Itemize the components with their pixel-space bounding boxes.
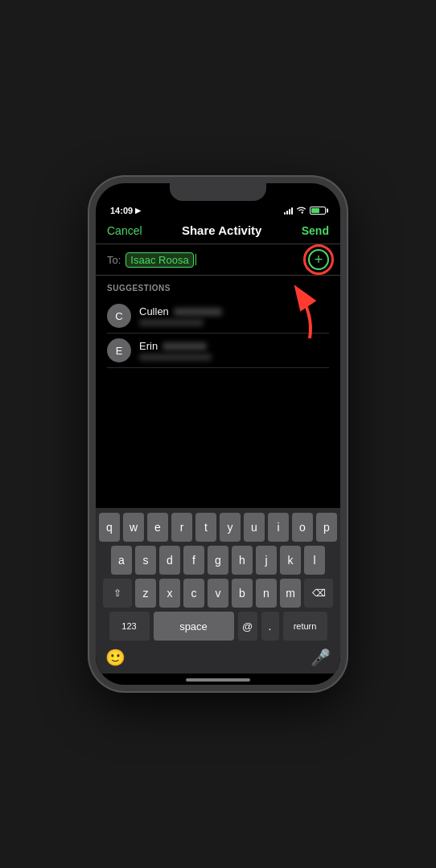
avatar-erin: E: [107, 338, 131, 362]
blurred-name-cullen: [174, 308, 222, 316]
key-p[interactable]: p: [316, 513, 337, 542]
emoji-button[interactable]: 🙂: [105, 648, 125, 667]
wifi-icon: [296, 207, 306, 215]
add-button-container: +: [308, 249, 329, 270]
keyboard: q w e r t y u i o p a s d f g h j k: [96, 508, 340, 674]
signal-icon: [284, 207, 293, 215]
key-numbers[interactable]: 123: [109, 612, 150, 641]
home-bar: [186, 678, 250, 682]
screen: 14:09 ▶: [96, 183, 340, 685]
key-m[interactable]: m: [280, 579, 301, 608]
key-c[interactable]: c: [183, 579, 204, 608]
key-t[interactable]: t: [195, 513, 216, 542]
key-return[interactable]: return: [283, 612, 327, 641]
key-shift[interactable]: ⇧: [103, 579, 132, 608]
key-k[interactable]: k: [280, 546, 301, 575]
key-d[interactable]: d: [159, 546, 180, 575]
key-s[interactable]: s: [135, 546, 156, 575]
keyboard-row-1: q w e r t y u i o p: [99, 513, 337, 542]
key-z[interactable]: z: [135, 579, 156, 608]
key-period[interactable]: .: [261, 612, 279, 641]
key-a[interactable]: a: [111, 546, 132, 575]
page-title: Share Activity: [182, 223, 262, 237]
arrow-icon: [269, 282, 326, 346]
nav-bar: Cancel Share Activity Send: [96, 219, 340, 244]
status-bar: 14:09 ▶: [96, 183, 340, 219]
phone-frame: 14:09 ▶: [89, 177, 347, 691]
battery-fill: [311, 208, 319, 213]
status-icons: [284, 207, 326, 215]
key-g[interactable]: g: [208, 546, 228, 575]
key-delete[interactable]: ⌫: [304, 579, 333, 608]
key-h[interactable]: h: [232, 546, 253, 575]
avatar-cullen: C: [107, 304, 131, 328]
key-u[interactable]: u: [244, 513, 265, 542]
text-cursor: [195, 254, 197, 265]
key-w[interactable]: w: [123, 513, 144, 542]
mic-button[interactable]: 🎤: [311, 648, 331, 667]
suggestion-detail-cullen: [139, 319, 204, 326]
keyboard-bottom-bar: 🙂 🎤: [99, 645, 337, 670]
key-o[interactable]: o: [292, 513, 313, 542]
blurred-name-erin: [162, 342, 207, 350]
red-circle-highlight: [303, 244, 334, 275]
key-n[interactable]: n: [256, 579, 277, 608]
add-recipient-button[interactable]: +: [308, 249, 329, 270]
keyboard-row-2: a s d f g h j k l: [99, 546, 337, 575]
send-button[interactable]: Send: [302, 224, 329, 237]
time-label: 14:09: [110, 206, 133, 215]
key-j[interactable]: j: [256, 546, 277, 575]
recipient-chip[interactable]: Isaac Roosa: [125, 252, 193, 268]
key-r[interactable]: r: [171, 513, 192, 542]
key-e[interactable]: e: [147, 513, 168, 542]
key-at[interactable]: @: [238, 612, 257, 641]
location-icon: ▶: [135, 207, 141, 215]
keyboard-row-3: ⇧ z x c v b n m ⌫: [99, 579, 337, 608]
battery-icon: [310, 207, 326, 215]
keyboard-row-4: 123 space @ . return: [99, 612, 337, 641]
key-x[interactable]: x: [159, 579, 180, 608]
key-q[interactable]: q: [99, 513, 120, 542]
key-space[interactable]: space: [154, 612, 234, 641]
cancel-button[interactable]: Cancel: [107, 224, 142, 237]
key-l[interactable]: l: [304, 546, 325, 575]
to-field: To: Isaac Roosa +: [96, 244, 340, 276]
key-f[interactable]: f: [183, 546, 204, 575]
key-b[interactable]: b: [232, 579, 253, 608]
key-y[interactable]: y: [220, 513, 241, 542]
suggestion-detail-erin: [139, 354, 212, 361]
home-indicator: [96, 674, 340, 685]
status-time: 14:09 ▶: [110, 206, 141, 215]
to-label: To:: [107, 254, 121, 266]
key-v[interactable]: v: [208, 579, 228, 608]
key-i[interactable]: i: [268, 513, 289, 542]
content-area: [96, 368, 340, 508]
